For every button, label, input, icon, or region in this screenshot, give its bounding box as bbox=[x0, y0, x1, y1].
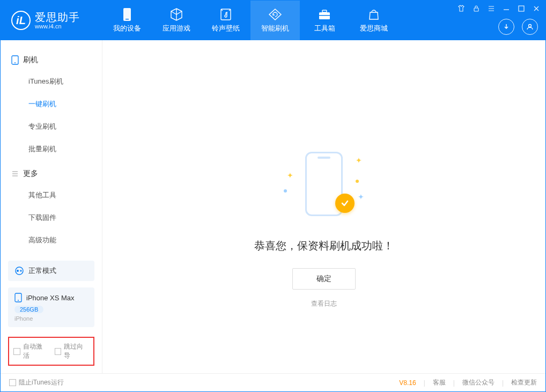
footer-wechat[interactable]: 微信公众号 bbox=[462, 378, 495, 387]
user-button[interactable] bbox=[522, 19, 538, 35]
tab-my-device[interactable]: 我的设备 bbox=[102, 1, 152, 40]
tab-apps[interactable]: 应用游戏 bbox=[152, 1, 201, 40]
window-controls bbox=[456, 4, 541, 13]
sparkle-icon: ✦ bbox=[358, 193, 364, 201]
app-name: 爱思助手 bbox=[35, 11, 80, 23]
tab-store[interactable]: 爱思商城 bbox=[349, 1, 399, 40]
svg-point-10 bbox=[14, 62, 16, 63]
bag-icon bbox=[367, 8, 381, 21]
mode-label: 正常模式 bbox=[28, 266, 56, 276]
success-message: 恭喜您，保资料刷机成功啦！ bbox=[254, 239, 394, 253]
sidebar-item-pro-flash[interactable]: 专业刷机 bbox=[1, 115, 102, 138]
sidebar-item-itunes-flash[interactable]: iTunes刷机 bbox=[1, 70, 102, 93]
svg-rect-1 bbox=[126, 19, 129, 20]
success-illustration: ✦ ✦ ✦ bbox=[284, 147, 364, 223]
device-box[interactable]: iPhone XS Max 256GB iPhone bbox=[8, 287, 94, 327]
app-url: www.i4.cn bbox=[35, 23, 80, 29]
svg-rect-4 bbox=[322, 10, 327, 12]
phone-icon bbox=[11, 55, 19, 65]
header-actions bbox=[498, 19, 538, 35]
svg-point-8 bbox=[529, 25, 532, 27]
toolbox-icon bbox=[318, 8, 331, 21]
device-storage: 256GB bbox=[14, 306, 43, 313]
sidebar-item-batch-flash[interactable]: 批量刷机 bbox=[1, 138, 102, 160]
ok-button[interactable]: 确定 bbox=[292, 268, 356, 290]
svg-rect-6 bbox=[474, 8, 478, 11]
check-icon bbox=[335, 194, 355, 213]
svg-point-13 bbox=[20, 270, 21, 271]
tab-toolbox[interactable]: 工具箱 bbox=[300, 1, 349, 40]
app-window: iL 爱思助手 www.i4.cn 我的设备 应用游戏 铃声壁纸 智能刷机 工具 bbox=[0, 0, 546, 392]
status-bar: 阻止iTunes运行 V8.16 | 客服 | 微信公众号 | 检查更新 bbox=[1, 373, 545, 391]
device-name: iPhone XS Max bbox=[26, 294, 75, 302]
title-bar: iL 爱思助手 www.i4.cn 我的设备 应用游戏 铃声壁纸 智能刷机 工具 bbox=[1, 1, 545, 40]
options-box: 自动激活 跳过向导 bbox=[8, 337, 94, 366]
dot-icon bbox=[284, 189, 287, 193]
refresh-icon bbox=[268, 8, 282, 21]
tab-flash[interactable]: 智能刷机 bbox=[250, 1, 300, 40]
footer-service[interactable]: 客服 bbox=[433, 378, 446, 387]
sparkle-icon: ✦ bbox=[287, 171, 293, 180]
sidebar-item-download-firmware[interactable]: 下载固件 bbox=[1, 206, 102, 229]
sidebar: 刷机 iTunes刷机 一键刷机 专业刷机 批量刷机 更多 其他工具 下载固件 … bbox=[1, 40, 102, 373]
svg-rect-7 bbox=[519, 6, 524, 11]
sidebar-item-advanced[interactable]: 高级功能 bbox=[1, 229, 102, 252]
menu-icon[interactable] bbox=[486, 4, 496, 13]
mode-icon bbox=[14, 266, 24, 276]
checkbox-auto-activate[interactable]: 自动激活 bbox=[13, 342, 48, 360]
minimize-icon[interactable] bbox=[501, 4, 511, 13]
maximize-icon[interactable] bbox=[517, 4, 526, 13]
checkbox-skip-guide[interactable]: 跳过向导 bbox=[55, 342, 90, 360]
device-icon bbox=[120, 8, 134, 21]
download-button[interactable] bbox=[498, 19, 514, 35]
sidebar-section-more: 更多 bbox=[1, 164, 102, 184]
app-logo: iL 爱思助手 www.i4.cn bbox=[6, 11, 102, 30]
sidebar-section-flash: 刷机 bbox=[1, 50, 102, 70]
shirt-icon[interactable] bbox=[456, 4, 466, 13]
sidebar-item-other-tools[interactable]: 其他工具 bbox=[1, 184, 102, 206]
mode-box[interactable]: 正常模式 bbox=[8, 261, 94, 281]
cube-icon bbox=[169, 8, 183, 21]
app-body: 刷机 iTunes刷机 一键刷机 专业刷机 批量刷机 更多 其他工具 下载固件 … bbox=[1, 40, 545, 373]
footer-update[interactable]: 检查更新 bbox=[511, 378, 537, 387]
nav-tabs: 我的设备 应用游戏 铃声壁纸 智能刷机 工具箱 爱思商城 bbox=[102, 1, 399, 40]
svg-rect-5 bbox=[319, 15, 330, 16]
close-icon[interactable] bbox=[532, 4, 541, 13]
device-type: iPhone bbox=[14, 315, 88, 322]
sparkle-icon: ✦ bbox=[356, 156, 362, 165]
svg-point-15 bbox=[18, 300, 19, 301]
tab-ringtones[interactable]: 铃声壁纸 bbox=[201, 1, 250, 40]
sidebar-item-oneclick-flash[interactable]: 一键刷机 bbox=[1, 93, 102, 115]
dot-icon bbox=[356, 180, 359, 183]
svg-point-12 bbox=[17, 270, 19, 272]
list-icon bbox=[11, 170, 19, 177]
lock-icon[interactable] bbox=[471, 4, 481, 13]
main-content: ✦ ✦ ✦ 恭喜您，保资料刷机成功啦！ 确定 查看日志 bbox=[102, 40, 545, 373]
device-icon bbox=[14, 293, 22, 302]
version-label: V8.16 bbox=[399, 379, 416, 387]
checkbox-block-itunes[interactable]: 阻止iTunes运行 bbox=[9, 378, 64, 387]
view-log-link[interactable]: 查看日志 bbox=[311, 299, 337, 308]
music-icon bbox=[219, 8, 233, 21]
logo-icon: iL bbox=[11, 11, 31, 30]
